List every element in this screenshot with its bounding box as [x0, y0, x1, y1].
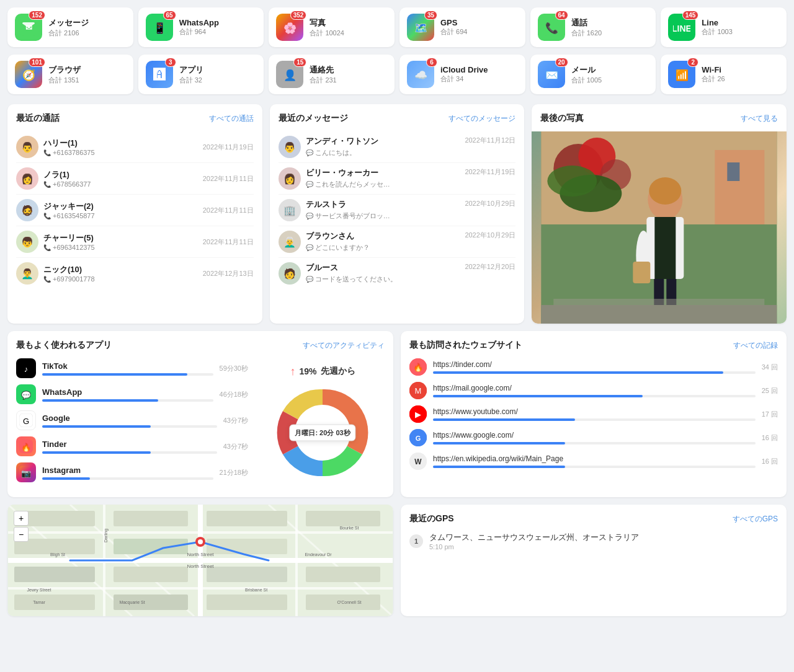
msg-preview: 💬 こんにちは。 [306, 148, 460, 157]
web-count: 25 回 [762, 386, 778, 396]
call-item[interactable]: 👦 チャーリー(5) 📞 +6963412375 2022年11月11日 [16, 226, 254, 258]
msg-item[interactable]: 👨 アンディ・ワトソン 💬 こんにちは。 2022年11月12日 [279, 131, 516, 163]
app-item-tinder[interactable]: 🔥 Tinder 43分7秒 [16, 436, 248, 456]
svg-rect-88 [207, 595, 287, 610]
web-item-tinder[interactable]: 🔥 https://tinder.com/ 34 回 [409, 358, 778, 376]
web-item-youtube[interactable]: ▶ https://www.youtube.com/ 17 回 [409, 405, 778, 423]
app-bar [42, 477, 90, 480]
top-card-contacts[interactable]: 👤 15 通絡先 合計 231 [269, 55, 395, 94]
svg-rect-39 [633, 262, 651, 283]
svg-text:North Street: North Street [187, 564, 214, 569]
second-apps-grid: 🧭 101 ブラウザ 合計 1351 🅰 3 アプリ 合計 32 [7, 55, 787, 94]
web-url: https://www.google.com/ [433, 431, 756, 440]
top-card-gps[interactable]: 🗺️ 35 GPS 合計 694 [399, 7, 525, 47]
gps-all-link[interactable]: すべてのGPS [733, 514, 778, 524]
websites-link[interactable]: すべての記録 [733, 340, 778, 351]
youtube-web-icon: ▶ [409, 405, 427, 423]
svg-text:♪: ♪ [24, 365, 29, 374]
top-card-calls[interactable]: 📞 64 通話 合計 1620 [530, 7, 656, 47]
web-info: https://tinder.com/ [433, 360, 756, 374]
call-name: ニック(10) [43, 264, 203, 275]
call-item[interactable]: 👨‍🦱 ニック(10) 📞 +6979001778 2022年12月13日 [16, 258, 254, 289]
call-info: ノラ(1) 📞 +678566377 [43, 169, 203, 188]
msg-preview: 💬 どこにいますか？ [306, 243, 460, 252]
gmail-web-icon: M [409, 382, 427, 399]
calls-panel-title: 最近の通話 [16, 113, 60, 124]
app-item-time: 59分30秒 [220, 364, 248, 373]
messages-panel-header: 最近のメッセージ すべてのメッセージ [279, 113, 516, 124]
msg-name: テルストラ [306, 199, 460, 210]
calls-badge: 64 [555, 11, 568, 20]
wifi-name: Wi-Fi [702, 65, 725, 74]
top-card-whatsapp[interactable]: 📱 65 WhatsApp 合計 964 [138, 7, 264, 47]
instagram-app-icon: 📷 [16, 462, 36, 482]
app-bar [42, 373, 187, 376]
msg-date: 2022年11月12日 [465, 136, 515, 145]
app-item-name: WhatsApp [42, 387, 213, 397]
web-item-google[interactable]: G https://www.google.com/ 16 回 [409, 429, 778, 446]
gps-item[interactable]: 1 タムワース、ニューサウスウェールズ州、オーストラリア 5:10 pm [409, 532, 778, 550]
top-card-line[interactable]: LINE 145 Line 合計 1003 [661, 7, 787, 47]
svg-rect-85 [306, 567, 380, 582]
bubble-icon: 💬 [306, 244, 313, 251]
gps-badge: 35 [424, 11, 437, 20]
top-card-appstore[interactable]: 🅰 3 アプリ 合計 32 [138, 55, 264, 94]
app-item-name: Tinder [42, 440, 217, 449]
gps-time: 5:10 pm [429, 543, 778, 550]
app-item-whatsapp[interactable]: 💬 WhatsApp 46分18秒 [16, 384, 248, 404]
whatsapp-count: 合計 964 [179, 27, 219, 37]
msg-item[interactable]: 🏢 テルストラ 💬 サービス番号がブロックされました サービス番号がブ… 202… [279, 195, 516, 226]
svg-text:Brisbane St: Brisbane St [245, 588, 267, 592]
web-item-gmail[interactable]: M https://mail.google.com/ 25 回 [409, 382, 778, 399]
top-card-messages[interactable]: ✉ 152 メッセージ 合計 2106 [7, 7, 133, 47]
svg-text:🅰: 🅰 [153, 68, 166, 81]
msg-name: ビリー・ウォーカー [306, 167, 460, 179]
web-item-wikipedia[interactable]: W https://en.wikipedia.org/wiki/Main_Pag… [409, 453, 778, 470]
contacts-badge: 15 [293, 58, 306, 67]
app-usage-title: 最もよく使われるアプリ [16, 340, 112, 351]
msg-info: テルストラ 💬 サービス番号がブロックされました サービス番号がブ… [306, 199, 460, 221]
contacts-count: 合計 231 [310, 76, 336, 85]
call-phone: 📞 +6979001778 [43, 275, 203, 283]
web-count: 16 回 [762, 457, 778, 466]
top-card-mail[interactable]: ✉️ 20 メール 合計 1005 [530, 55, 656, 94]
avatar: 👨 [16, 136, 38, 158]
call-item[interactable]: 👨 ハリー(1) 📞 +6163786375 2022年11月19日 [16, 131, 254, 163]
svg-text:📱: 📱 [153, 22, 166, 35]
websites-title: 最も訪問されたウェブサイト [409, 340, 522, 351]
wifi-badge: 2 [687, 58, 698, 67]
app-usage-link[interactable]: すべてのアクティビティ [303, 340, 385, 351]
msg-item[interactable]: 🧑 ブルース 💬 コードを送ってください。 2022年12月20日 [279, 258, 516, 289]
tinder-app-icon: 🔥 [16, 436, 36, 456]
photo-all-link[interactable]: すべて見る [741, 113, 778, 124]
map-placeholder: North Street North Street Bligh St Endea… [7, 505, 393, 616]
calls-name: 通話 [571, 17, 602, 29]
app-item-google[interactable]: G Google 43分7秒 [16, 410, 248, 430]
zoom-out-button[interactable]: − [14, 527, 29, 542]
msg-item[interactable]: 👨‍🦳 ブラウンさん 💬 どこにいますか？ 2022年10月29日 [279, 226, 516, 258]
photos-info: 写真 合計 10024 [310, 17, 344, 38]
gps-name: GPS [440, 18, 467, 27]
call-item[interactable]: 🧔 ジャッキー(2) 📞 +6163545877 2022年11月11日 [16, 195, 254, 226]
tinder-web-icon: 🔥 [409, 358, 427, 376]
app-item-instagram[interactable]: 📷 Instagram 21分18秒 [16, 462, 248, 482]
top-card-icloud[interactable]: ☁️ 6 iCloud Drive 合計 34 [399, 55, 525, 94]
svg-rect-84 [207, 567, 287, 582]
svg-text:M: M [415, 386, 422, 396]
web-bar-wrap [433, 442, 756, 444]
top-card-wifi[interactable]: 📶 2 Wi-Fi 合計 26 [661, 55, 787, 94]
zoom-in-button[interactable]: + [14, 511, 29, 526]
top-card-browser[interactable]: 🧭 101 ブラウザ 合計 1351 [7, 55, 133, 94]
app-item-tiktok[interactable]: ♪ TikTok 59分30秒 [16, 358, 248, 378]
top-card-photos[interactable]: 🌸 352 写真 合計 10024 [269, 7, 395, 47]
svg-text:🌸: 🌸 [283, 22, 297, 35]
calls-info: 通話 合計 1620 [571, 17, 602, 38]
photo-panel: 最後の写真 すべて見る [532, 104, 787, 324]
calls-all-link[interactable]: すべての通話 [209, 113, 254, 124]
icloud-badge: 6 [426, 58, 437, 67]
msg-item[interactable]: 👩 ビリー・ウォーカー 💬 これを読んだらメッセンジャーで電話してね。 2022… [279, 163, 516, 195]
call-item[interactable]: 👩 ノラ(1) 📞 +678566377 2022年11月11日 [16, 163, 254, 195]
web-count: 34 回 [762, 363, 778, 372]
call-date: 2022年12月13日 [203, 269, 254, 278]
messages-all-link[interactable]: すべてのメッセージ [448, 113, 515, 124]
